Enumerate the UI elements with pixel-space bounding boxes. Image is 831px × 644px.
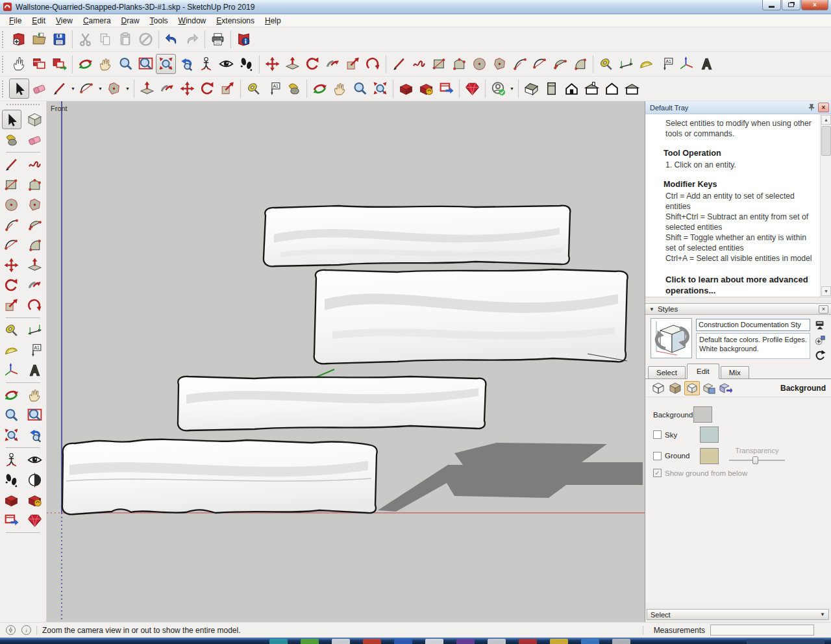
tray-close-icon[interactable]: × [818, 103, 829, 112]
tool-follow-me-button[interactable] [25, 275, 45, 295]
tool-protractor-button[interactable] [2, 340, 21, 360]
tool-save-button[interactable] [49, 29, 69, 49]
tool-text-button[interactable]: A1 [264, 79, 284, 99]
tab-select[interactable]: Select [648, 366, 686, 378]
tool-position-camera-button[interactable] [2, 450, 21, 469]
tool-zoom-button[interactable] [2, 405, 21, 425]
tool-rotated-rectangle-button[interactable] [25, 175, 45, 194]
tool-polygon-button[interactable] [104, 79, 124, 99]
tool-scale-button[interactable] [343, 54, 363, 74]
tool-pan-button[interactable] [330, 79, 350, 99]
tool-redo-button[interactable] [182, 29, 202, 49]
tool-two-point-arc-button[interactable] [530, 54, 550, 74]
tool-iso-view-button[interactable] [521, 79, 541, 99]
styles-panel-header[interactable]: ▼ Styles × [645, 303, 831, 315]
tool-make-component-button[interactable] [25, 110, 45, 129]
create-style-icon[interactable] [813, 334, 826, 346]
tool-extension-warehouse-button[interactable] [462, 79, 482, 99]
taskbar-app-icon[interactable] [581, 639, 599, 644]
windows-taskbar[interactable] [0, 638, 831, 644]
taskbar-app-icon[interactable] [269, 639, 288, 644]
tool-arc-button[interactable] [2, 215, 21, 234]
toolbar-grip[interactable] [6, 104, 40, 107]
tab-edit[interactable]: Edit [687, 364, 719, 379]
instructor-scrollbar[interactable]: ▲ ▼ [820, 114, 831, 297]
tool-left-view-button[interactable] [602, 79, 622, 99]
menu-window[interactable]: Window [173, 15, 212, 27]
show-ground-checkbox[interactable]: ✓ [653, 469, 662, 477]
background-swatch[interactable] [693, 406, 712, 423]
secondary-pane-icon[interactable] [813, 319, 826, 331]
tool-rotate-button[interactable] [2, 275, 21, 295]
tool-orbit-button[interactable] [310, 79, 330, 99]
taskbar-app-icon[interactable] [425, 639, 443, 644]
tool-3d-text-button[interactable] [697, 54, 717, 74]
tool-top-view-button[interactable] [541, 79, 562, 99]
update-style-icon[interactable] [813, 349, 826, 361]
geolocation-icon[interactable] [6, 625, 16, 635]
scroll-up-icon[interactable]: ▲ [821, 115, 831, 125]
tool-zoom-extents-button[interactable] [370, 79, 390, 99]
tool-circle-button[interactable] [2, 195, 21, 214]
tool-protractor-button[interactable] [636, 54, 656, 74]
tool-move-button[interactable] [177, 79, 197, 99]
menu-draw[interactable]: Draw [116, 15, 145, 27]
tool-erase-button[interactable] [136, 29, 156, 49]
background-settings-icon[interactable] [684, 381, 700, 395]
tool-rotate-button[interactable] [303, 54, 323, 74]
tool-tape-measure-button[interactable] [596, 54, 616, 74]
tool-zoom-previous-button[interactable] [176, 54, 196, 74]
tool-print-button[interactable] [208, 29, 228, 49]
tool-component-red-2-button[interactable] [49, 54, 69, 74]
tool-rotated-rectangle-button[interactable] [449, 54, 469, 74]
tool-polygon-button[interactable] [25, 195, 45, 214]
tool-text-button[interactable]: A1 [656, 54, 676, 74]
tool-share-component-button[interactable] [436, 79, 456, 99]
tool-push-pull-button[interactable] [25, 255, 45, 275]
taskbar-system-tray[interactable] [747, 639, 825, 644]
taskbar-app-icon[interactable] [456, 639, 475, 644]
tool-two-point-arc-button[interactable] [77, 79, 97, 99]
taskbar-app-icon[interactable] [301, 639, 319, 644]
tool-paint-bucket-button[interactable] [284, 79, 304, 99]
tool-zoom-button[interactable] [116, 54, 136, 74]
tool-zoom-button[interactable] [350, 79, 370, 99]
menu-file[interactable]: File [4, 15, 27, 27]
tool-follow-me-button[interactable] [323, 54, 343, 74]
tab-mix[interactable]: Mix [721, 366, 749, 378]
tool-back-view-button[interactable] [582, 79, 602, 99]
tool-polygon-button[interactable] [490, 54, 510, 74]
tool-freehand-button[interactable] [409, 54, 429, 74]
tool-share-model-button[interactable] [25, 490, 45, 510]
taskbar-app-icon[interactable] [363, 639, 381, 644]
tool-look-around-button[interactable] [216, 54, 236, 74]
scroll-down-icon[interactable]: ▼ [821, 286, 831, 296]
styles-close-icon[interactable]: × [819, 305, 828, 314]
tool-dimension-button[interactable] [616, 54, 636, 74]
tool-pan-button[interactable] [95, 54, 116, 74]
menu-tools[interactable]: Tools [145, 15, 173, 27]
tool-walk-button[interactable] [2, 470, 21, 489]
tool-sector-button[interactable] [570, 54, 590, 74]
tool-pie-button[interactable] [25, 215, 45, 234]
menu-edit[interactable]: Edit [27, 15, 51, 27]
tool-offset-button[interactable] [25, 295, 45, 315]
tool-sector-button[interactable] [25, 235, 45, 254]
tool-push-pull-button[interactable] [137, 79, 157, 99]
tool-follow-me-button[interactable] [157, 79, 177, 99]
sign-in-dropdown-arrow[interactable]: ▼ [508, 79, 515, 99]
menu-view[interactable]: View [51, 15, 78, 27]
transparency-slider[interactable] [728, 456, 786, 465]
taskbar-app-icon[interactable] [332, 639, 350, 644]
collapse-triangle-icon[interactable]: ▼ [649, 306, 654, 312]
tool-right-view-button[interactable] [622, 79, 642, 99]
scrollbar-thumb[interactable] [821, 126, 831, 156]
info-icon[interactable]: i [21, 625, 31, 635]
tool-model-info-button[interactable] [234, 29, 254, 49]
tool-section-plane-button[interactable] [25, 470, 45, 489]
tool-zoom-window-button[interactable] [136, 54, 156, 74]
select-panel-bar[interactable]: Select ▼ [647, 609, 829, 620]
tool-scale-button[interactable] [2, 295, 21, 315]
tool-two-point-arc-button[interactable] [2, 235, 21, 254]
menu-extensions[interactable]: Extensions [211, 15, 260, 27]
